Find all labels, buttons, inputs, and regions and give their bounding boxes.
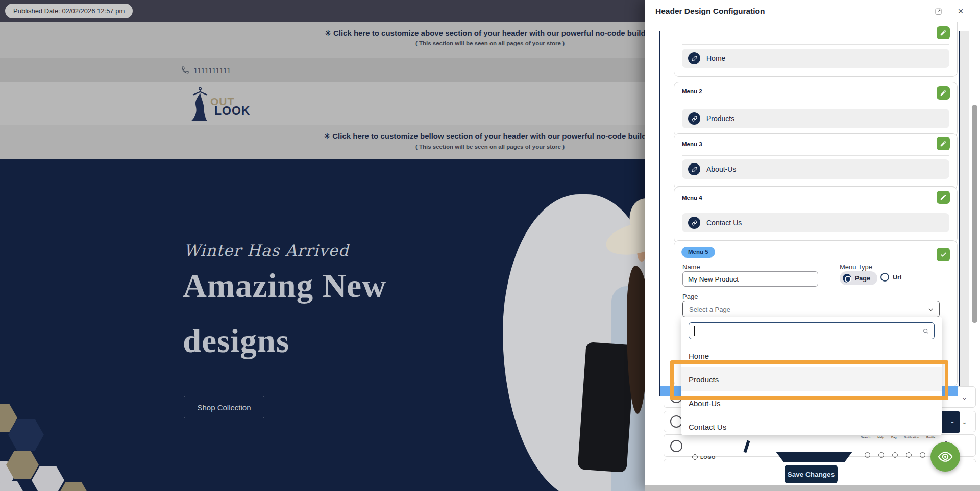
template-radio[interactable] [670, 440, 682, 452]
radio-page[interactable]: Page [840, 271, 877, 285]
click-sparkle-icon: ✳ [325, 29, 331, 37]
menu-page-row[interactable]: About-Us [682, 159, 949, 179]
pencil-icon [940, 29, 947, 36]
menu-card-3: Menu 3 About-Us [674, 133, 958, 190]
check-icon [940, 251, 947, 259]
dropdown-option-home[interactable]: Home [681, 344, 942, 367]
close-icon[interactable]: × [955, 6, 966, 16]
radio-page-label: Page [855, 275, 870, 282]
save-changes-button[interactable]: Save Changes [785, 465, 838, 483]
menu-page-row[interactable]: Contact Us [682, 213, 949, 232]
link-icon [688, 217, 700, 229]
hero-tagline: Winter Has Arrived [184, 241, 349, 260]
mini-bell-icon [906, 452, 912, 458]
phone-number[interactable]: 1111111111 [193, 66, 231, 75]
menu-page-name: About-Us [706, 165, 736, 173]
panel-header: Header Design Configuration × [645, 0, 980, 22]
panel-scrollbar-thumb[interactable] [972, 105, 977, 323]
mini-bag-icon [892, 452, 898, 458]
pencil-icon [940, 140, 947, 147]
logo-circle-icon [692, 454, 698, 460]
chevron-down-icon[interactable]: ⌄ [962, 393, 967, 401]
bottom-banner-title: Click here to customize bellow section o… [332, 132, 656, 141]
text-caret [694, 326, 695, 336]
pencil-icon [940, 194, 947, 201]
menu-type-label: Menu Type [840, 263, 872, 271]
radio-url-label: Url [893, 274, 901, 281]
menu-page-name: Products [706, 114, 734, 123]
menu-list-left-border [659, 31, 660, 396]
card-divider [682, 44, 949, 45]
pencil-icon [940, 89, 947, 97]
hero-heading-line2: designs [183, 322, 289, 360]
shop-collection-button[interactable]: Shop Collection [184, 396, 264, 418]
eye-icon [938, 449, 953, 464]
dropdown-option-contact-us[interactable]: Contact Us [681, 415, 942, 438]
radio-url[interactable]: Url [880, 273, 901, 282]
link-icon [688, 52, 700, 64]
logo-word-look: LOOK [214, 106, 250, 116]
menu-page-row[interactable]: Products [682, 109, 949, 128]
menu-card-label: Menu 2 [682, 88, 702, 95]
panel-footer: Save Changes [645, 462, 980, 491]
footer-strip [645, 485, 980, 491]
page-label: Page [682, 293, 698, 300]
chevron-down-icon[interactable]: ⌄ [962, 418, 967, 426]
chevron-down-icon [927, 306, 934, 313]
menu-page-name: Home [706, 54, 725, 62]
menu5-badge: Menu 5 [681, 247, 715, 258]
page-dropdown: Home Products About-Us Contact Us [681, 317, 942, 435]
menu-name-input[interactable] [682, 271, 818, 287]
store-logo[interactable]: OUT LOOK [187, 86, 250, 123]
menu-page-row[interactable]: Home [682, 49, 949, 68]
menu-card-label: Menu 3 [682, 141, 702, 147]
edit-menu-button[interactable] [937, 191, 950, 204]
hex-shape [0, 481, 26, 491]
radio-selected-icon [843, 274, 851, 283]
mini-profile-icon [920, 452, 925, 458]
template-logo-shape [776, 452, 852, 462]
edit-menu-button[interactable] [937, 26, 950, 39]
panel-title: Header Design Configuration [655, 7, 765, 16]
page-select-value: Select a Page [689, 306, 730, 313]
click-sparkle-icon: ✳ [324, 132, 331, 141]
link-icon [688, 112, 700, 125]
card-divider [682, 105, 949, 105]
edit-menu-button[interactable] [937, 137, 950, 150]
header-config-panel: Home Menu 2 Products Menu 3 [645, 0, 980, 491]
dropdown-option-products[interactable]: Products [681, 367, 942, 391]
confirm-menu-button[interactable] [937, 248, 950, 261]
phone-icon [181, 66, 189, 74]
inner-scroll-track [960, 31, 969, 387]
published-date-badge: Published Date: 02/02/2026 12:57 pm [5, 4, 133, 18]
page-select[interactable]: Select a Page [682, 301, 940, 317]
card-divider [682, 155, 949, 156]
hex-shape [32, 466, 64, 491]
name-label: Name [682, 263, 700, 271]
menu-card-label: Menu 4 [682, 195, 702, 201]
screenshot-root: Published Date: 02/02/2026 12:57 pm ✳ Cl… [0, 0, 980, 491]
mini-search-icon [865, 452, 870, 458]
search-icon [922, 328, 929, 335]
template-logo-text: LOGO [700, 454, 716, 460]
link-icon [688, 163, 700, 175]
preview-eye-button[interactable] [930, 442, 960, 472]
radio-unselected-icon [880, 273, 889, 282]
dropdown-search-input[interactable] [689, 322, 935, 339]
menu-card-2: Menu 2 Products [674, 82, 958, 137]
dropdown-option-about-us[interactable]: About-Us [681, 391, 942, 415]
chevron-down-icon: ⌄ [950, 417, 955, 425]
template-logo-row: LOGO [692, 454, 716, 460]
menu-page-name: Contact Us [706, 219, 742, 227]
model-bag [577, 342, 635, 473]
hero-heading-line1: Amazing New [183, 267, 386, 305]
top-banner-title: Click here to customize above section of… [333, 29, 655, 37]
dress-icon [187, 86, 213, 123]
template-mini-icons [865, 452, 925, 458]
menu-card-4: Menu 4 Contact Us [674, 186, 958, 243]
template-radio[interactable] [670, 415, 682, 428]
mini-user-icon [878, 452, 884, 458]
card-divider [682, 209, 949, 209]
edit-menu-button[interactable] [937, 86, 950, 100]
expand-icon[interactable] [933, 6, 943, 16]
